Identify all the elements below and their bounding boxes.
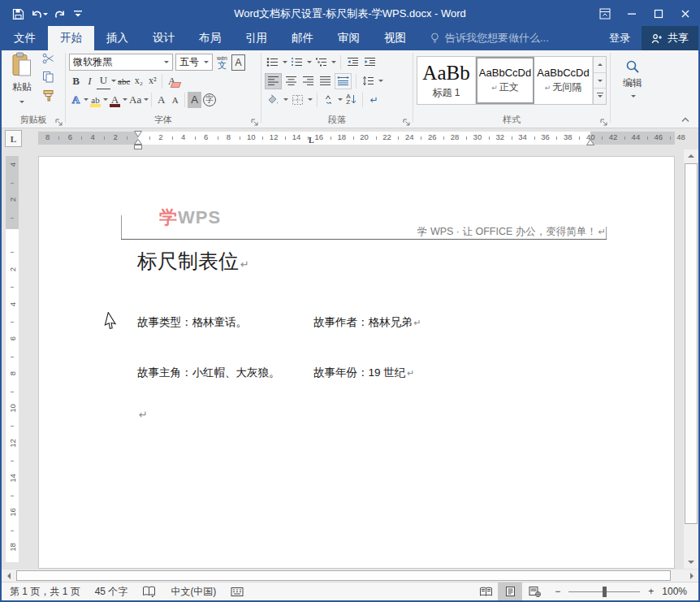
tab-视图[interactable]: 视图: [372, 26, 418, 50]
tab-引用[interactable]: 引用: [233, 26, 279, 50]
change-case-caret[interactable]: [144, 98, 149, 103]
scroll-right-icon[interactable]: [685, 570, 698, 582]
justify-button[interactable]: [318, 73, 333, 89]
horizontal-scrollbar[interactable]: [2, 569, 698, 582]
numbered-list-caret[interactable]: [307, 61, 312, 66]
shading-icon[interactable]: [265, 92, 281, 108]
tab-布局[interactable]: 布局: [187, 26, 233, 50]
style-card-无间隔[interactable]: AaBbCcDd↵无间隔: [534, 57, 593, 104]
clipboard-dialog-launcher-icon[interactable]: [55, 117, 63, 125]
editing-button[interactable]: 编辑: [614, 53, 651, 100]
read-mode-icon[interactable]: [473, 583, 498, 600]
styles-scroll-up-icon[interactable]: [594, 57, 606, 73]
input-mode-icon[interactable]: [223, 583, 251, 600]
horizontal-scroll-thumb[interactable]: [16, 570, 671, 581]
zoom-slider-thumb[interactable]: [603, 587, 607, 597]
login-button[interactable]: 登录: [598, 26, 642, 50]
paragraph-dialog-launcher-icon[interactable]: [403, 117, 411, 125]
bullet-list-icon[interactable]: [265, 54, 280, 71]
zoom-out-button[interactable]: −: [547, 583, 562, 600]
close-icon[interactable]: [672, 2, 698, 26]
tab-selector-button[interactable]: L: [5, 130, 22, 147]
ribbon-display-options-icon[interactable]: [591, 2, 618, 26]
font-name-combo[interactable]: 微软雅黑: [69, 54, 173, 71]
redo-icon[interactable]: [50, 4, 70, 24]
character-shading-icon[interactable]: A: [188, 92, 201, 108]
line-spacing-caret[interactable]: [378, 80, 383, 84]
share-button[interactable]: 共享: [642, 26, 698, 50]
superscript-button[interactable]: x²: [145, 73, 159, 89]
customize-quick-access-icon[interactable]: [71, 4, 84, 24]
word-count[interactable]: 45 个字: [88, 583, 136, 600]
asian-layout-icon[interactable]: [322, 92, 335, 108]
vertical-scroll-thumb[interactable]: [685, 163, 698, 524]
hanging-indent-marker[interactable]: [134, 139, 142, 149]
increase-indent-icon[interactable]: [362, 54, 378, 71]
paste-button[interactable]: 粘贴: [6, 52, 37, 109]
character-border-icon[interactable]: A: [231, 54, 245, 71]
tell-me-box[interactable]: 告诉我您想要做什么...: [430, 26, 549, 50]
format-painter-icon[interactable]: [42, 89, 55, 105]
scroll-left-icon[interactable]: [2, 570, 15, 582]
first-line-indent-marker[interactable]: [134, 131, 142, 137]
undo-icon[interactable]: [29, 4, 49, 24]
font-dialog-launcher-icon[interactable]: [251, 117, 259, 125]
numbered-list-icon[interactable]: [289, 54, 305, 71]
align-left-button[interactable]: [265, 73, 282, 89]
font-size-combo[interactable]: 五号: [175, 54, 213, 71]
cut-icon[interactable]: [42, 53, 55, 67]
sort-icon[interactable]: AZ: [344, 92, 358, 108]
subscript-button[interactable]: x₂: [132, 73, 145, 89]
tab-设计[interactable]: 设计: [140, 26, 187, 50]
zoom-in-button[interactable]: +: [646, 583, 654, 600]
styles-scroll-down-icon[interactable]: [594, 73, 606, 89]
copy-icon[interactable]: [42, 71, 55, 86]
styles-dialog-launcher-icon[interactable]: [600, 117, 608, 125]
save-icon[interactable]: [8, 4, 28, 24]
decrease-indent-icon[interactable]: [345, 54, 361, 71]
zoom-percentage[interactable]: 100%: [654, 586, 692, 597]
phonetic-guide-icon[interactable]: wén文: [215, 54, 229, 71]
borders-icon[interactable]: [290, 92, 305, 108]
collapse-ribbon-icon[interactable]: [679, 115, 692, 124]
style-card-正文[interactable]: AaBbCcDd↵正文: [476, 57, 534, 104]
clear-formatting-icon[interactable]: A: [165, 73, 179, 89]
tab-开始[interactable]: 开始: [48, 26, 94, 50]
tab-文件[interactable]: 文件: [2, 26, 48, 50]
undo-dropdown-caret[interactable]: [43, 13, 48, 18]
horizontal-ruler[interactable]: L 86422468101214161820222426283032343638…: [38, 132, 675, 145]
paste-dropdown-caret[interactable]: [19, 101, 24, 106]
proofing-icon[interactable]: [135, 583, 163, 600]
strikethrough-button[interactable]: abc: [116, 73, 132, 89]
distribute-button[interactable]: [335, 73, 352, 89]
tab-邮件[interactable]: 邮件: [279, 26, 326, 50]
style-card-标题 1[interactable]: AaBb标题 1: [417, 57, 476, 104]
scroll-up-icon[interactable]: [684, 149, 698, 162]
shrink-font-icon[interactable]: A: [168, 92, 182, 108]
change-case-icon[interactable]: Aa: [127, 92, 143, 108]
bold-button[interactable]: B: [69, 73, 83, 89]
grow-font-icon[interactable]: A: [154, 92, 168, 108]
print-layout-icon[interactable]: [498, 583, 522, 600]
page-indicator[interactable]: 第 1 页，共 1 页: [10, 583, 88, 600]
text-effects-icon[interactable]: A: [69, 92, 83, 108]
maximize-icon[interactable]: [645, 2, 672, 26]
line-spacing-icon[interactable]: [361, 73, 376, 89]
font-color-icon[interactable]: A: [108, 92, 122, 108]
underline-button[interactable]: U: [97, 73, 110, 89]
styles-more-icon[interactable]: [594, 89, 606, 104]
tab-审阅[interactable]: 审阅: [326, 26, 372, 50]
align-right-button[interactable]: [300, 73, 316, 89]
enclose-characters-icon[interactable]: 字: [203, 93, 216, 106]
tab-stop-marker[interactable]: L: [309, 136, 314, 145]
align-center-button[interactable]: [283, 73, 299, 89]
language-indicator[interactable]: 中文(中国): [163, 583, 223, 600]
minimize-icon[interactable]: [618, 2, 645, 26]
italic-button[interactable]: I: [83, 73, 97, 89]
shading-caret[interactable]: [283, 98, 288, 103]
web-layout-icon[interactable]: [522, 583, 547, 600]
asian-layout-caret[interactable]: [338, 98, 343, 103]
document-page[interactable]: 学WPS 学 WPS · 让 OFFICE 办公，变得简单！↵ 标尺制表位↵ 故…: [38, 156, 675, 569]
vertical-ruler[interactable]: 2424681012141618: [6, 156, 19, 562]
highlight-color-icon[interactable]: ab: [89, 92, 102, 108]
